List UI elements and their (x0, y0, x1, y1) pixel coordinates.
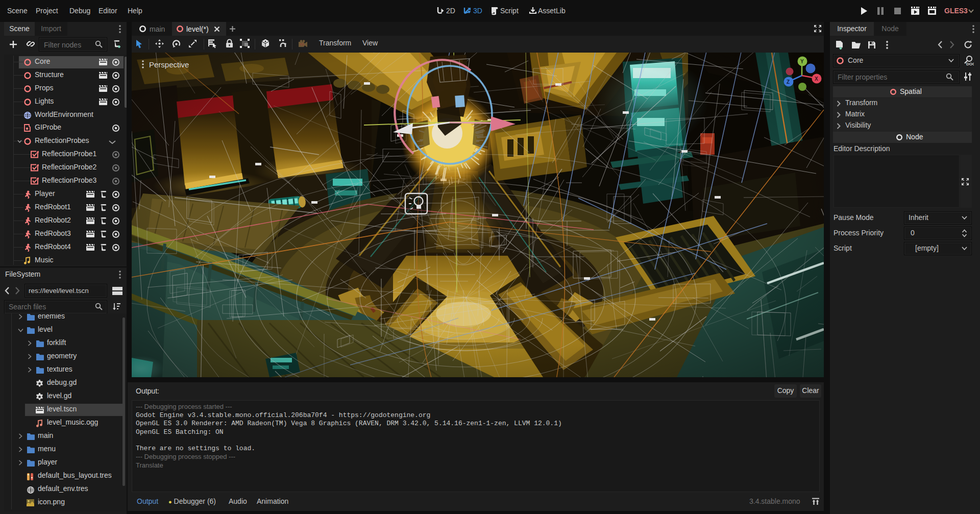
svg-text:Y: Y (800, 59, 804, 64)
svg-text:Perspective: Perspective (149, 60, 189, 69)
svg-text:Z: Z (787, 79, 790, 85)
svg-text:DOC: DOC (966, 62, 974, 66)
svg-text:X: X (815, 76, 818, 82)
